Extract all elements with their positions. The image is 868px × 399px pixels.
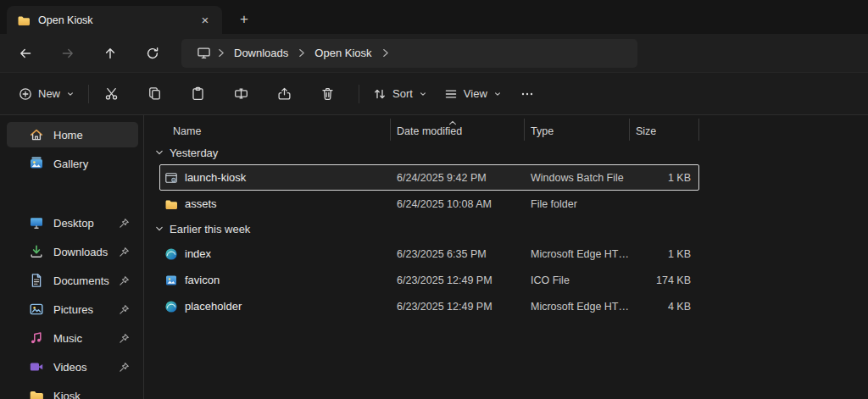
file-name: launch-kiosk	[185, 171, 246, 184]
file-date: 6/23/2025 12:49 PM	[391, 301, 525, 313]
file-size: 1 KB	[630, 172, 700, 184]
sidebar: Home Gallery Desktop	[0, 115, 144, 399]
chevron-down-icon	[493, 90, 502, 98]
group-label: Earlier this week	[170, 223, 250, 236]
file-name: index	[185, 247, 211, 260]
pin-icon	[119, 247, 130, 258]
file-row-launch-kiosk[interactable]: launch-kiosk 6/24/2025 9:42 PM Windows B…	[159, 164, 699, 191]
sidebar-item-label: Music	[53, 332, 82, 345]
navigation-bar: Downloads Open Kiosk	[0, 34, 868, 73]
refresh-button[interactable]	[136, 39, 170, 68]
new-tab-button[interactable]: +	[231, 7, 258, 32]
breadcrumb-downloads[interactable]: Downloads	[227, 47, 295, 59]
up-button[interactable]	[93, 39, 127, 68]
downloads-icon	[29, 244, 44, 259]
edge-html-icon	[164, 300, 178, 313]
new-button[interactable]: New	[10, 79, 83, 109]
pin-icon	[119, 362, 130, 373]
sidebar-item-music[interactable]: Music	[7, 325, 138, 351]
sidebar-item-downloads[interactable]: Downloads	[7, 239, 138, 264]
share-button[interactable]	[267, 79, 301, 109]
delete-button[interactable]	[310, 79, 344, 109]
desktop-icon	[29, 215, 44, 230]
group-label: Yesterday	[170, 147, 218, 159]
chevron-right-icon	[214, 47, 227, 58]
file-row-index[interactable]: index 6/23/2025 6:35 PM Microsoft Edge H…	[159, 241, 699, 267]
column-header-size[interactable]: Size	[629, 119, 699, 141]
sidebar-item-desktop[interactable]: Desktop	[7, 210, 138, 236]
file-size: 174 KB	[630, 274, 700, 286]
home-icon	[29, 127, 44, 142]
toolbar-divider	[88, 85, 89, 103]
column-header-row: Name Date modified Type Size	[159, 119, 699, 141]
view-button[interactable]: View	[436, 79, 510, 109]
file-row-assets[interactable]: assets 6/24/2025 10:08 AM File folder	[159, 191, 699, 217]
address-bar[interactable]: Downloads Open Kiosk	[181, 39, 637, 68]
pin-icon	[119, 275, 130, 286]
sort-arrows-icon	[373, 87, 387, 101]
forward-button[interactable]	[51, 39, 85, 68]
sidebar-item-label: Pictures	[53, 303, 93, 316]
rename-button[interactable]	[224, 79, 258, 109]
file-type: Windows Batch File	[525, 172, 630, 184]
folder-icon	[164, 197, 178, 211]
tab-close-icon[interactable]: ×	[195, 10, 215, 30]
back-button[interactable]	[8, 39, 42, 68]
file-type: Microsoft Edge HT…	[525, 248, 630, 260]
sort-button-label: Sort	[392, 87, 413, 100]
file-list-pane: Name Date modified Type Size Yesterday	[144, 115, 868, 399]
file-size: 1 KB	[630, 248, 700, 260]
file-size: 4 KB	[630, 301, 700, 313]
new-button-label: New	[38, 87, 60, 100]
file-date: 6/24/2025 9:42 PM	[391, 172, 525, 184]
file-name: assets	[185, 197, 217, 210]
copy-button[interactable]	[137, 79, 171, 109]
edge-html-icon	[164, 247, 178, 261]
column-header-date-modified[interactable]: Date modified	[390, 119, 524, 141]
folder-icon	[29, 388, 44, 399]
documents-icon	[29, 273, 44, 288]
explorer-content: Home Gallery Desktop	[0, 115, 868, 399]
more-options-button[interactable]	[510, 79, 544, 109]
sidebar-item-gallery[interactable]: Gallery	[7, 151, 138, 176]
cut-button[interactable]	[94, 79, 128, 109]
tab-title: Open Kiosk	[38, 14, 187, 26]
plus-circle-icon	[19, 87, 32, 101]
gallery-icon	[29, 156, 44, 171]
pin-icon	[119, 218, 130, 229]
sidebar-item-pictures[interactable]: Pictures	[7, 296, 138, 322]
toolbar-divider	[359, 85, 359, 103]
sidebar-item-kiosk[interactable]: Kiosk	[7, 383, 138, 399]
music-icon	[29, 330, 44, 346]
tab-bar: Open Kiosk × +	[0, 0, 868, 34]
group-header-earlier-this-week[interactable]: Earlier this week	[154, 217, 868, 241]
file-row-favicon[interactable]: favicon 6/23/2025 12:49 PM ICO File 174 …	[159, 267, 699, 293]
tab-open-kiosk[interactable]: Open Kiosk ×	[7, 6, 222, 34]
sidebar-item-documents[interactable]: Documents	[7, 268, 138, 293]
group-header-yesterday[interactable]: Yesterday	[154, 141, 868, 164]
column-header-type[interactable]: Type	[524, 119, 629, 141]
pin-icon	[119, 304, 130, 315]
file-name: placeholder	[185, 300, 242, 313]
paste-button[interactable]	[181, 79, 214, 109]
file-row-placeholder[interactable]: placeholder 6/23/2025 12:49 PM Microsoft…	[159, 293, 699, 319]
file-explorer-window: Open Kiosk × + Downloads	[0, 0, 868, 399]
sidebar-item-label: Videos	[53, 361, 87, 374]
sidebar-item-home[interactable]: Home	[7, 122, 138, 147]
sidebar-item-label: Downloads	[53, 246, 108, 258]
command-toolbar: New Sort	[0, 73, 868, 115]
column-header-name[interactable]: Name	[159, 119, 390, 141]
chevron-down-icon	[66, 90, 75, 98]
pin-icon	[119, 333, 130, 344]
sidebar-item-label: Desktop	[53, 217, 94, 230]
view-button-label: View	[464, 87, 487, 100]
file-date: 6/23/2025 12:49 PM	[391, 274, 525, 286]
file-date: 6/24/2025 10:08 AM	[391, 198, 525, 210]
sidebar-item-videos[interactable]: Videos	[7, 354, 138, 380]
pictures-icon	[29, 302, 44, 317]
sort-button[interactable]: Sort	[364, 79, 436, 109]
sidebar-item-label: Home	[53, 129, 83, 141]
breadcrumb-open-kiosk[interactable]: Open Kiosk	[308, 47, 378, 59]
batch-file-icon	[164, 171, 178, 185]
sidebar-item-label: Kiosk	[53, 390, 81, 399]
